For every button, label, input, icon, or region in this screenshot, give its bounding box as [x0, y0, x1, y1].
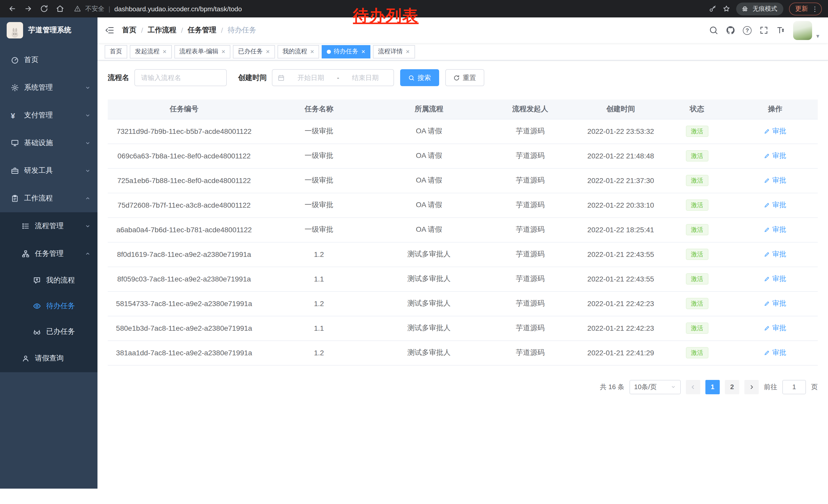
tab-my-process[interactable]: 我的流程× — [278, 45, 319, 58]
tab-home[interactable]: 首页 — [105, 45, 127, 58]
next-page-button[interactable] — [744, 380, 759, 394]
sidebar-item-home[interactable]: 首页 — [0, 46, 97, 74]
end-date-placeholder[interactable]: 结束日期 — [342, 73, 388, 82]
date-range-picker[interactable]: 开始日期 - 结束日期 — [272, 69, 394, 86]
password-key-button[interactable] — [708, 5, 717, 13]
page-button-1[interactable]: 1 — [705, 380, 720, 394]
tab-done-tasks[interactable]: 已办任务× — [233, 45, 275, 58]
approve-link[interactable]: 审批 — [764, 324, 786, 333]
breadcrumb-workflow[interactable]: 工作流程 — [148, 26, 176, 35]
edit-pencil-icon — [764, 202, 770, 208]
breadcrumb-home[interactable]: 首页 — [122, 26, 136, 35]
tab-start-process[interactable]: 发起流程× — [130, 45, 172, 58]
github-button[interactable] — [726, 26, 735, 35]
approve-link[interactable]: 审批 — [764, 299, 786, 308]
approve-label: 审批 — [772, 176, 786, 185]
cell-task-id: 069c6a63-7b8a-11ec-8ef0-acde48001122 — [108, 144, 260, 168]
tab-label: 我的流程 — [283, 47, 307, 56]
gear-icon — [11, 84, 19, 92]
sidebar-item-leave-query[interactable]: 请假查询 — [0, 345, 97, 372]
caret-down-icon — [670, 384, 676, 390]
approve-link[interactable]: 审批 — [764, 225, 786, 234]
col-header-task-id: 任务编号 — [108, 99, 260, 119]
tab-process-detail[interactable]: 流程详情× — [373, 45, 415, 58]
table-row: 8f0d1619-7ac8-11ec-a9e2-a2380e71991a 1.2… — [108, 242, 818, 267]
browser-home-button[interactable] — [53, 2, 67, 16]
bookmark-star-button[interactable] — [722, 5, 731, 13]
close-tab-icon[interactable]: × — [310, 48, 314, 55]
close-tab-icon[interactable]: × — [266, 48, 270, 55]
browser-reload-button[interactable] — [37, 2, 51, 16]
cell-task-name: 1.1 — [260, 267, 378, 291]
approve-label: 审批 — [772, 324, 786, 333]
approve-link[interactable]: 审批 — [764, 127, 786, 136]
tab-label: 发起流程 — [135, 47, 160, 56]
cell-create-time: 2022-01-21 22:42:23 — [580, 316, 662, 340]
tab-process-form-edit[interactable]: 流程表单-编辑× — [174, 45, 230, 58]
edit-pencil-icon — [764, 276, 770, 282]
sidebar-item-task-management[interactable]: 任务管理 — [0, 240, 97, 268]
close-tab-icon[interactable]: × — [221, 48, 225, 55]
sidebar-item-label: 工作流程 — [24, 194, 53, 203]
cell-status: 激活 — [662, 144, 733, 168]
refresh-icon — [454, 75, 460, 81]
goto-page-input[interactable] — [782, 380, 806, 394]
page-button-2[interactable]: 2 — [725, 380, 739, 394]
browser-forward-button[interactable] — [21, 2, 35, 16]
sidebar-item-devtools[interactable]: 研发工具 — [0, 157, 97, 185]
approve-link[interactable]: 审批 — [764, 176, 786, 185]
sidebar-item-infrastructure[interactable]: 基础设施 — [0, 129, 97, 157]
approve-link[interactable]: 审批 — [764, 274, 786, 283]
cell-task-name: 一级审批 — [260, 144, 378, 168]
page-size-select[interactable]: 10条/页 — [629, 380, 681, 394]
sidebar-item-todo-tasks[interactable]: 待办任务 — [0, 293, 97, 319]
cell-initiator: 芋道源码 — [481, 291, 580, 316]
approve-link[interactable]: 审批 — [764, 348, 786, 357]
help-button[interactable]: ? — [743, 26, 752, 35]
close-tab-icon[interactable]: × — [163, 48, 166, 55]
sidebar-item-workflow[interactable]: 工作流程 — [0, 185, 97, 212]
fullscreen-button[interactable] — [759, 26, 769, 35]
prev-page-button[interactable] — [686, 380, 700, 394]
user-avatar[interactable] — [793, 21, 812, 40]
approve-label: 审批 — [772, 348, 786, 357]
approve-link[interactable]: 审批 — [764, 200, 786, 210]
sidebar-item-payment[interactable]: ¥ 支付管理 — [0, 101, 97, 129]
browser-update-button[interactable]: 更新 ⋮ — [789, 2, 822, 15]
app-logo[interactable]: 芋道管理系统 — [0, 17, 97, 43]
col-header-action: 操作 — [733, 99, 818, 119]
sidebar-item-process-management[interactable]: 流程管理 — [0, 212, 97, 240]
pagination-total: 共 16 条 — [600, 382, 624, 392]
approve-link[interactable]: 审批 — [764, 151, 786, 161]
breadcrumb-separator: / — [181, 26, 183, 34]
cell-process: OA 请假 — [378, 217, 481, 242]
cell-task-id: 75d72608-7b7f-11ec-a3c8-acde48001122 — [108, 193, 260, 217]
close-tab-icon[interactable]: × — [362, 48, 365, 55]
font-size-button[interactable] — [776, 26, 785, 35]
reset-button[interactable]: 重置 — [445, 69, 484, 86]
browser-back-button[interactable] — [5, 2, 19, 16]
sidebar-menu: 首页 系统管理 ¥ 支付管理 基础设施 — [0, 46, 97, 372]
sidebar-item-my-process[interactable]: 我的流程 — [0, 268, 97, 293]
list-icon — [22, 222, 30, 230]
breadcrumb-separator: / — [221, 26, 223, 34]
search-button-form[interactable]: 搜索 — [400, 69, 439, 86]
close-tab-icon[interactable]: × — [406, 48, 410, 55]
avatar-caret-icon[interactable]: ▼ — [815, 33, 820, 39]
approve-link[interactable]: 审批 — [764, 250, 786, 259]
app-frame: 芋道管理系统 首页 系统管理 ¥ 支付管理 — [0, 17, 828, 504]
process-name-input[interactable] — [134, 69, 227, 86]
todo-task-table: 任务编号 任务名称 所属流程 流程发起人 创建时间 状态 操作 73211d9d… — [108, 99, 818, 365]
sidebar-item-system[interactable]: 系统管理 — [0, 74, 97, 101]
start-date-placeholder[interactable]: 开始日期 — [288, 73, 334, 82]
breadcrumb-task-management[interactable]: 任务管理 — [188, 26, 216, 35]
cell-process: OA 请假 — [378, 144, 481, 168]
sidebar-item-done-tasks[interactable]: 已办任务 — [0, 319, 97, 345]
tab-todo-tasks[interactable]: 待办任务× — [322, 45, 370, 58]
browser-menu-icon[interactable]: ⋮ — [812, 5, 818, 12]
search-button[interactable] — [709, 26, 718, 35]
sidebar-toggle-icon[interactable] — [105, 26, 114, 35]
status-badge: 激活 — [686, 273, 708, 285]
cell-task-name: 1.2 — [260, 291, 378, 316]
annotation-todo-list: 待办列表 — [353, 5, 419, 27]
